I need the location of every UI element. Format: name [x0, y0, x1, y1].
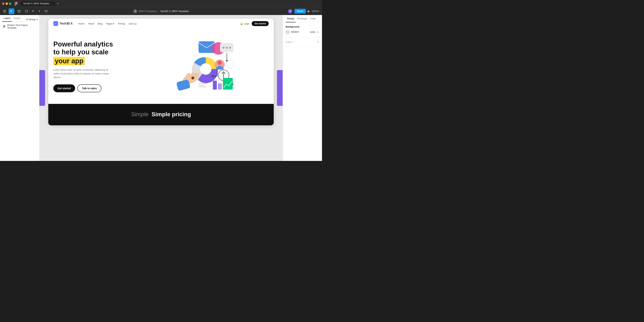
- svg-point-20: [229, 47, 231, 49]
- present-button[interactable]: ▶: [308, 9, 310, 13]
- sidebar-tabs: Layers Assets: [0, 15, 24, 22]
- maximize-button[interactable]: [9, 2, 11, 5]
- hero-secondary-button[interactable]: Talk to sales: [77, 84, 102, 92]
- site-nav-links: Home About Blog Pages ▾ Pricing Cart (1): [78, 22, 136, 25]
- zoom-value: 100%: [312, 10, 318, 12]
- zoom-chevron-icon: ▾: [318, 10, 319, 12]
- panel-tabs: Design Prototype Code: [283, 15, 322, 22]
- design-indicator-icon: [26, 18, 28, 20]
- frame-tool-button[interactable]: [16, 8, 22, 14]
- svg-rect-32: [176, 79, 191, 91]
- layers-tab[interactable]: Layers: [2, 15, 12, 22]
- background-section-title: Background: [286, 25, 319, 28]
- tab-close-button[interactable]: ×: [51, 2, 53, 5]
- svg-text:T: T: [39, 10, 40, 12]
- svg-point-19: [226, 47, 228, 49]
- lock-icon: 🔒: [240, 22, 243, 25]
- color-opacity: 100%: [310, 31, 315, 33]
- close-button[interactable]: [2, 2, 4, 5]
- toolbar: ▾ ▾ ▾ T: [0, 7, 322, 15]
- menu-line: [3, 11, 6, 11]
- toolbar-right: Share ▶ 100% ▾: [288, 9, 319, 14]
- export-row: Export +: [286, 40, 319, 44]
- nav-about[interactable]: About: [88, 22, 94, 25]
- design-mode-label: Design: [28, 18, 36, 21]
- layer-label: Modern Tech Figma Template: [7, 24, 36, 29]
- background-section: Background DDDDE9 100% 👁: [283, 22, 322, 37]
- menu-line: [3, 10, 6, 10]
- user-avatar: [133, 9, 138, 13]
- right-panel: Design Prototype Code Background DDDDE9 …: [283, 15, 322, 161]
- hero-buttons: Get started Talk to sales: [53, 84, 128, 92]
- svg-point-13: [290, 11, 290, 12]
- text-tool-button[interactable]: T: [37, 8, 42, 14]
- left-sidebar: Layers Assets Design ▾ Modern Tech Figma…: [0, 15, 39, 161]
- canvas-area[interactable]: Tech3D X Home About Blog Pages ▾ Pricing…: [39, 15, 283, 161]
- select-tool-button[interactable]: [8, 8, 14, 14]
- pen-tool-button[interactable]: [30, 8, 36, 14]
- collaborator-avatar: [288, 9, 293, 14]
- code-tab[interactable]: Code: [308, 15, 317, 22]
- color-value[interactable]: DDDDE9: [291, 31, 308, 33]
- svg-point-29: [218, 61, 222, 65]
- nav-pages[interactable]: Pages ▾: [106, 22, 114, 25]
- figma-logo-icon: [14, 1, 18, 5]
- assets-tab[interactable]: Assets: [12, 15, 22, 22]
- shape-tool-button[interactable]: [24, 8, 29, 14]
- tab-bar: Tech3D X | BRIX Templates × +: [21, 1, 60, 6]
- pages-chevron-icon: ▾: [113, 22, 114, 25]
- hero-title-line1: Powerful analytics: [53, 40, 113, 48]
- site-logo: Tech3D X: [53, 21, 73, 26]
- dark-section: Simple Simple pricing: [48, 104, 274, 125]
- svg-rect-42: [213, 81, 217, 90]
- share-button[interactable]: Share: [294, 9, 306, 13]
- logo-icon: [53, 21, 58, 26]
- new-tab-button[interactable]: +: [56, 1, 60, 6]
- dark-section-title: Simple Simple pricing: [53, 111, 269, 118]
- login-label: Login: [244, 22, 250, 25]
- login-button[interactable]: 🔒 Login: [240, 22, 250, 25]
- canvas-purple-right: [277, 70, 283, 106]
- visibility-icon[interactable]: 👁: [317, 31, 319, 34]
- nav-pricing[interactable]: Pricing: [118, 22, 125, 25]
- zoom-control[interactable]: 100% ▾: [312, 10, 319, 12]
- export-add-button[interactable]: +: [317, 40, 319, 44]
- design-mode-selector[interactable]: Design ▾: [24, 16, 40, 21]
- nav-cart[interactable]: Cart (1): [128, 22, 136, 25]
- hero-cta-button[interactable]: Get started: [53, 84, 75, 92]
- traffic-lights: [2, 2, 11, 5]
- breadcrumb: [BRIX Templates] / Tech3D X | BRIX Templ…: [133, 9, 189, 13]
- hero-highlight: your app: [53, 57, 85, 65]
- layer-item[interactable]: Modern Tech Figma Template: [0, 22, 39, 31]
- color-row: DDDDE9 100% 👁: [286, 30, 319, 34]
- active-tab[interactable]: Tech3D X | BRIX Templates ×: [21, 1, 55, 5]
- sidebar-header: Layers Assets Design ▾: [0, 15, 39, 22]
- tool-group-shape: ▾: [24, 8, 30, 14]
- breadcrumb-project[interactable]: Tech3D X | BRIX Templates: [160, 10, 189, 12]
- svg-point-37: [192, 76, 194, 79]
- navbar-cta-button[interactable]: Get started: [252, 21, 269, 26]
- main-layout: Layers Assets Design ▾ Modern Tech Figma…: [0, 15, 322, 161]
- hero-subtitle: Lorem ipsum dolor sit amet consectetur a…: [53, 68, 114, 79]
- svg-point-22: [200, 63, 212, 75]
- nav-blog[interactable]: Blog: [98, 22, 102, 25]
- svg-point-9: [135, 10, 136, 11]
- hero-section: Powerful analytics to help you scale you…: [48, 29, 274, 104]
- export-label: Export: [286, 40, 292, 43]
- svg-rect-5: [26, 10, 28, 12]
- minimize-button[interactable]: [6, 2, 8, 5]
- color-swatch[interactable]: [286, 30, 290, 34]
- menu-button[interactable]: [2, 9, 7, 14]
- nav-home[interactable]: Home: [78, 22, 84, 25]
- svg-point-38: [193, 77, 194, 78]
- tool-group-select: ▾: [8, 8, 15, 14]
- artboard[interactable]: Tech3D X Home About Blog Pages ▾ Pricing…: [48, 18, 274, 125]
- breadcrumb-team[interactable]: [BRIX Templates]: [139, 10, 157, 12]
- title-bar: Tech3D X | BRIX Templates × +: [0, 0, 322, 7]
- prototype-tab[interactable]: Prototype: [296, 15, 308, 22]
- hero-left: Powerful analytics to help you scale you…: [53, 40, 128, 92]
- tab-title: Tech3D X | BRIX Templates: [23, 2, 50, 5]
- comment-tool-button[interactable]: [43, 8, 49, 14]
- design-tab[interactable]: Design: [286, 15, 296, 22]
- export-section: Export +: [283, 37, 322, 47]
